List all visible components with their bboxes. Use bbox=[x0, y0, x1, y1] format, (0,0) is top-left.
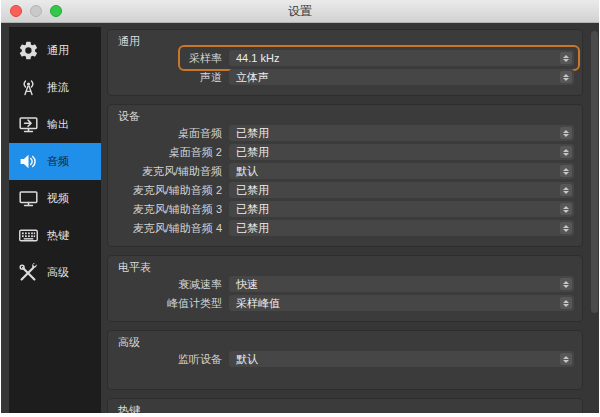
sidebar: 通用推流输出音频视频热键高级 bbox=[9, 27, 101, 413]
row-select[interactable]: 已禁用 bbox=[229, 125, 574, 141]
row-label: 麦克风/辅助音频 2 bbox=[116, 183, 229, 198]
sidebar-item-audio[interactable]: 音频 bbox=[9, 143, 101, 180]
section-hotkeys: 热键 bbox=[107, 398, 583, 413]
row-select[interactable]: 已禁用 bbox=[229, 144, 574, 160]
chevron-up-down-icon[interactable] bbox=[560, 52, 572, 64]
settings-row: 采样率44.1 kHz bbox=[116, 50, 574, 66]
row-label: 采样率 bbox=[116, 51, 229, 66]
settings-row: 声道立体声 bbox=[116, 69, 574, 85]
sidebar-item-label: 推流 bbox=[47, 80, 69, 95]
chevron-up-down-icon[interactable] bbox=[560, 353, 572, 365]
row-label: 声道 bbox=[116, 70, 229, 85]
row-select[interactable]: 44.1 kHz bbox=[229, 50, 574, 66]
selected-value: 默认 bbox=[236, 164, 258, 179]
settings-row: 麦克风/辅助音频 4已禁用 bbox=[116, 220, 574, 236]
section-title: 电平表 bbox=[118, 261, 574, 273]
row-label: 峰值计类型 bbox=[116, 296, 229, 311]
settings-row: 麦克风/辅助音频 3已禁用 bbox=[116, 201, 574, 217]
output-monitor-icon bbox=[15, 113, 41, 137]
scrollbar-thumb[interactable] bbox=[591, 31, 598, 313]
chevron-up-down-icon[interactable] bbox=[560, 146, 572, 158]
minimize-button[interactable] bbox=[30, 5, 42, 17]
sidebar-item-output[interactable]: 输出 bbox=[9, 106, 101, 143]
section-title: 通用 bbox=[118, 35, 574, 47]
row-label: 桌面音频 bbox=[116, 126, 229, 141]
section-general: 通用采样率44.1 kHz声道立体声 bbox=[107, 29, 583, 96]
sidebar-item-video[interactable]: 视频 bbox=[9, 180, 101, 217]
chevron-up-down-icon[interactable] bbox=[560, 127, 572, 139]
traffic-lights bbox=[10, 5, 62, 17]
screenshot-stage: 设置 通用推流输出音频视频热键高级 通用采样率44.1 kHz声道立体声设备桌面… bbox=[0, 0, 600, 417]
gear-icon bbox=[15, 39, 41, 63]
chevron-up-down-icon[interactable] bbox=[560, 297, 572, 309]
row-select[interactable]: 默认 bbox=[229, 163, 574, 179]
chevron-up-down-icon[interactable] bbox=[560, 71, 572, 83]
monitor-icon bbox=[15, 187, 41, 211]
row-select[interactable]: 默认 bbox=[229, 351, 574, 367]
section-meters: 电平表衰减速率快速峰值计类型采样峰值 bbox=[107, 255, 583, 322]
selected-value: 快速 bbox=[236, 277, 258, 292]
sidebar-item-general[interactable]: 通用 bbox=[9, 32, 101, 69]
selected-value: 默认 bbox=[236, 352, 258, 367]
broadcast-icon bbox=[15, 76, 41, 100]
selected-value: 44.1 kHz bbox=[236, 52, 279, 64]
row-select[interactable]: 已禁用 bbox=[229, 220, 574, 236]
zoom-button[interactable] bbox=[50, 5, 62, 17]
sidebar-item-label: 热键 bbox=[47, 228, 69, 243]
settings-row: 桌面音频 2已禁用 bbox=[116, 144, 574, 160]
row-select[interactable]: 快速 bbox=[229, 276, 574, 292]
row-select[interactable]: 已禁用 bbox=[229, 182, 574, 198]
section-title: 热键 bbox=[118, 404, 574, 413]
chevron-up-down-icon[interactable] bbox=[560, 184, 572, 196]
row-label: 监听设备 bbox=[116, 352, 229, 367]
row-label: 麦克风/辅助音频 4 bbox=[116, 221, 229, 236]
speaker-icon bbox=[15, 150, 41, 174]
section-title: 设备 bbox=[118, 110, 574, 122]
selected-value: 已禁用 bbox=[236, 202, 269, 217]
sidebar-item-label: 通用 bbox=[47, 43, 69, 58]
chevron-up-down-icon[interactable] bbox=[560, 165, 572, 177]
sidebar-item-label: 视频 bbox=[47, 191, 69, 206]
chevron-up-down-icon[interactable] bbox=[560, 203, 572, 215]
row-select[interactable]: 已禁用 bbox=[229, 201, 574, 217]
settings-row: 麦克风/辅助音频 2已禁用 bbox=[116, 182, 574, 198]
sidebar-item-hotkeys[interactable]: 热键 bbox=[9, 217, 101, 254]
row-label: 麦克风/辅助音频 bbox=[116, 164, 229, 179]
window-title: 设置 bbox=[288, 3, 312, 20]
row-select[interactable]: 立体声 bbox=[229, 69, 574, 85]
section-title: 高级 bbox=[118, 336, 574, 348]
settings-row: 监听设备默认 bbox=[116, 351, 574, 367]
selected-value: 已禁用 bbox=[236, 221, 269, 236]
settings-row: 峰值计类型采样峰值 bbox=[116, 295, 574, 311]
selected-value: 已禁用 bbox=[236, 126, 269, 141]
chevron-up-down-icon[interactable] bbox=[560, 222, 572, 234]
row-label: 衰减速率 bbox=[116, 277, 229, 292]
section-devices: 设备桌面音频已禁用桌面音频 2已禁用麦克风/辅助音频默认麦克风/辅助音频 2已禁… bbox=[107, 104, 583, 247]
tools-icon bbox=[15, 261, 41, 285]
selected-value: 已禁用 bbox=[236, 183, 269, 198]
settings-row: 麦克风/辅助音频默认 bbox=[116, 163, 574, 179]
sidebar-item-stream[interactable]: 推流 bbox=[9, 69, 101, 106]
sidebar-item-label: 输出 bbox=[47, 117, 69, 132]
selected-value: 采样峰值 bbox=[236, 296, 280, 311]
close-button[interactable] bbox=[10, 5, 22, 17]
selected-value: 已禁用 bbox=[236, 145, 269, 160]
content-area: 通用推流输出音频视频热键高级 通用采样率44.1 kHz声道立体声设备桌面音频已… bbox=[1, 23, 599, 413]
sidebar-item-label: 高级 bbox=[47, 265, 69, 280]
settings-panel: 通用采样率44.1 kHz声道立体声设备桌面音频已禁用桌面音频 2已禁用麦克风/… bbox=[101, 27, 599, 413]
sidebar-item-advanced[interactable]: 高级 bbox=[9, 254, 101, 291]
chevron-up-down-icon[interactable] bbox=[560, 278, 572, 290]
row-label: 桌面音频 2 bbox=[116, 145, 229, 160]
keyboard-icon bbox=[15, 224, 41, 248]
sidebar-item-label: 音频 bbox=[47, 154, 69, 169]
row-label: 麦克风/辅助音频 3 bbox=[116, 202, 229, 217]
row-select[interactable]: 采样峰值 bbox=[229, 295, 574, 311]
settings-row: 桌面音频已禁用 bbox=[116, 125, 574, 141]
settings-window: 设置 通用推流输出音频视频热键高级 通用采样率44.1 kHz声道立体声设备桌面… bbox=[1, 0, 599, 413]
section-advanced: 高级监听设备默认 bbox=[107, 330, 583, 390]
settings-row: 衰减速率快速 bbox=[116, 276, 574, 292]
selected-value: 立体声 bbox=[236, 70, 269, 85]
title-bar[interactable]: 设置 bbox=[1, 0, 599, 23]
